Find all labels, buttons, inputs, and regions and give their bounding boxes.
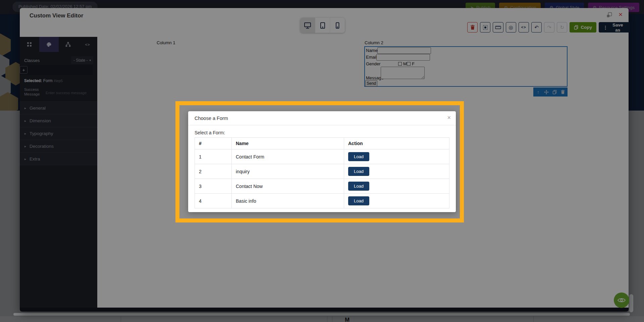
modal-header: Choose a Form × [188, 111, 456, 125]
table-row: 4 Basic info Load [195, 194, 449, 208]
table-row: 1 Contact Form Load [195, 149, 449, 164]
row-name: Contact Now [232, 179, 344, 194]
load-button[interactable]: Load [348, 182, 369, 191]
row-name: Basic info [232, 194, 344, 208]
row-number: 1 [195, 149, 232, 164]
row-number: 2 [195, 164, 232, 179]
table-header-row: # Name Action [195, 138, 449, 149]
row-number: 3 [195, 179, 232, 194]
row-name: inquiry [232, 164, 344, 179]
load-button[interactable]: Load [348, 167, 369, 176]
forms-table: # Name Action 1 Contact Form Load 2 inqu… [195, 137, 449, 208]
table-row: 2 inquiry Load [195, 164, 449, 179]
modal-title: Choose a Form [195, 116, 228, 121]
table-row: 3 Contact Now Load [195, 179, 449, 194]
modal-close-icon[interactable]: × [447, 114, 451, 121]
header-name: Name [232, 138, 344, 149]
choose-form-modal: Choose a Form × Select a Form: # Name Ac… [188, 111, 456, 212]
row-number: 4 [195, 194, 232, 208]
load-button[interactable]: Load [348, 196, 369, 205]
screen: M Published Date: 02/02/2026 12:57 pm ➤ … [0, 0, 644, 322]
load-button[interactable]: Load [348, 152, 369, 161]
header-number: # [195, 138, 232, 149]
row-name: Contact Form [232, 149, 344, 164]
modal-subtitle: Select a Form: [195, 130, 225, 135]
header-action: Action [344, 138, 449, 149]
